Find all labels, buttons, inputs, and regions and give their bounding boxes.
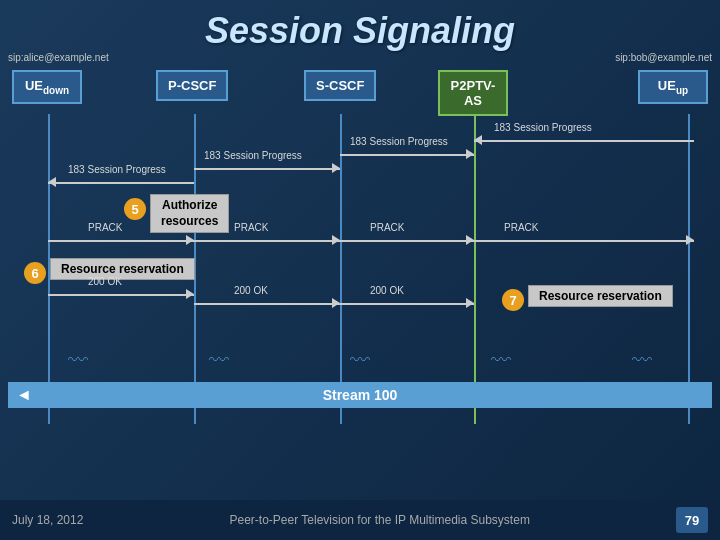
entities-row: UEdown P-CSCF S-CSCF P2PTV-AS UEup: [8, 70, 712, 112]
stream-bar: ◄ Stream 100: [8, 382, 712, 408]
wave-3: 〰: [350, 349, 370, 372]
footer-page-number: 79: [676, 507, 708, 533]
arrow-200ok-1: 200 OK: [48, 286, 194, 304]
wave-5: 〰: [632, 349, 652, 372]
wave-4: 〰: [491, 349, 511, 372]
msg-183-4-label: 183 Session Progress: [68, 164, 166, 175]
vline-p2ptv: [474, 114, 476, 424]
slide-title: Session Signaling: [0, 0, 720, 52]
200ok-1-label: 200 OK: [88, 276, 122, 287]
prack-3-label: PRACK: [370, 222, 404, 233]
msg-183-2-label: 183 Session Progress: [350, 136, 448, 147]
msg-183-1-label: 183 Session Progress: [494, 122, 592, 133]
arrow-183-1: 183 Session Progress: [474, 132, 694, 150]
vline-ue-up: [688, 114, 690, 424]
diagram-area: 183 Session Progress 183 Session Progres…: [8, 114, 712, 424]
slide: Session Signaling sip:alice@example.net …: [0, 0, 720, 540]
arrow-183-4: 183 Session Progress: [48, 174, 194, 192]
msg-183-3-label: 183 Session Progress: [204, 150, 302, 161]
prack-2-label: PRACK: [234, 222, 268, 233]
footer: July 18, 2012 Peer-to-Peer Television fo…: [0, 500, 720, 540]
arrow-prack-1: PRACK: [48, 232, 194, 250]
entity-p-cscf: P-CSCF: [156, 70, 228, 101]
wave-1: 〰: [68, 349, 88, 372]
footer-presentation-title: Peer-to-Peer Television for the IP Multi…: [230, 513, 530, 527]
step-7-badge: 7: [502, 289, 524, 311]
wave-2: 〰: [209, 349, 229, 372]
prack-1-label: PRACK: [88, 222, 122, 233]
200ok-3-label: 200 OK: [370, 285, 404, 296]
entity-p2ptv: P2PTV-AS: [438, 70, 508, 116]
entity-ue-down: UEdown: [12, 70, 82, 104]
step-7-label: Resource reservation: [528, 285, 673, 307]
step-6-badge: 6: [24, 262, 46, 284]
arrow-prack-4: PRACK: [474, 232, 694, 250]
arrow-prack-3: PRACK: [340, 232, 474, 250]
step-5-badge: 5: [124, 198, 146, 220]
sip-label-left: sip:alice@example.net: [8, 52, 109, 63]
entity-ue-up: UEup: [638, 70, 708, 104]
step-5-label: Authorizeresources: [150, 194, 229, 233]
arrow-183-2: 183 Session Progress: [340, 146, 474, 164]
arrow-200ok-2: 200 OK: [194, 295, 340, 313]
step-6-label: Resource reservation: [50, 258, 195, 280]
arrow-183-3: 183 Session Progress: [194, 160, 340, 178]
stream-label: Stream 100: [323, 387, 398, 403]
footer-date: July 18, 2012: [12, 513, 83, 527]
waves-row: 〰 〰 〰 〰 〰: [8, 349, 712, 372]
prack-4-label: PRACK: [504, 222, 538, 233]
arrow-200ok-3: 200 OK: [340, 295, 474, 313]
sip-label-right: sip:bob@example.net: [615, 52, 712, 63]
200ok-2-label: 200 OK: [234, 285, 268, 296]
entity-s-cscf: S-CSCF: [304, 70, 376, 101]
arrow-prack-2: PRACK: [194, 232, 340, 250]
